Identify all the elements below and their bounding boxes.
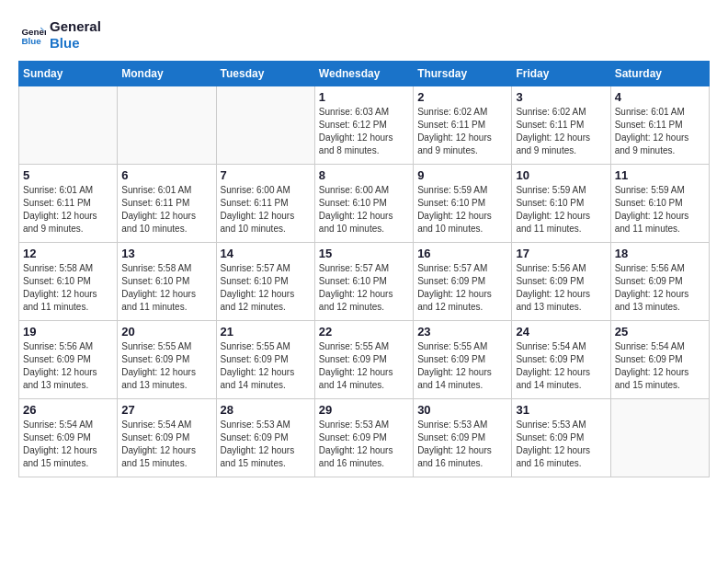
calendar-cell: 19Sunrise: 5:56 AM Sunset: 6:09 PM Dayli… [19, 321, 118, 399]
day-info: Sunrise: 6:02 AM Sunset: 6:11 PM Dayligh… [516, 106, 606, 157]
day-info: Sunrise: 5:57 AM Sunset: 6:10 PM Dayligh… [221, 262, 311, 314]
day-info: Sunrise: 5:55 AM Sunset: 6:09 PM Dayligh… [221, 340, 311, 392]
weekday-header-friday: Friday [512, 62, 610, 86]
day-info: Sunrise: 6:01 AM Sunset: 6:11 PM Dayligh… [23, 184, 113, 236]
day-info: Sunrise: 6:00 AM Sunset: 6:11 PM Dayligh… [221, 184, 311, 236]
day-info: Sunrise: 6:01 AM Sunset: 6:11 PM Dayligh… [121, 184, 211, 236]
day-info: Sunrise: 5:58 AM Sunset: 6:10 PM Dayligh… [121, 262, 211, 314]
day-number: 20 [121, 325, 211, 339]
calendar-cell: 31Sunrise: 5:53 AM Sunset: 6:09 PM Dayli… [512, 399, 610, 477]
week-row-5: 26Sunrise: 5:54 AM Sunset: 6:09 PM Dayli… [19, 399, 710, 477]
day-number: 13 [121, 247, 211, 260]
day-number: 6 [121, 168, 211, 182]
calendar-cell: 13Sunrise: 5:58 AM Sunset: 6:10 PM Dayli… [118, 243, 216, 321]
day-info: Sunrise: 5:57 AM Sunset: 6:09 PM Dayligh… [417, 262, 507, 314]
calendar-cell: 16Sunrise: 5:57 AM Sunset: 6:09 PM Dayli… [414, 243, 512, 321]
day-number: 16 [417, 247, 507, 260]
weekday-header-tuesday: Tuesday [216, 62, 314, 86]
day-info: Sunrise: 5:59 AM Sunset: 6:10 PM Dayligh… [417, 184, 507, 236]
day-info: Sunrise: 5:53 AM Sunset: 6:09 PM Dayligh… [417, 419, 507, 470]
day-number: 21 [221, 325, 311, 339]
calendar-cell: 14Sunrise: 5:57 AM Sunset: 6:10 PM Dayli… [216, 243, 314, 321]
day-info: Sunrise: 5:55 AM Sunset: 6:09 PM Dayligh… [417, 340, 507, 392]
calendar-cell: 15Sunrise: 5:57 AM Sunset: 6:10 PM Dayli… [314, 243, 413, 321]
day-info: Sunrise: 5:57 AM Sunset: 6:10 PM Dayligh… [319, 262, 409, 314]
day-number: 10 [516, 168, 606, 182]
calendar-cell: 25Sunrise: 5:54 AM Sunset: 6:09 PM Dayli… [610, 321, 709, 399]
logo-text-blue: Blue [50, 35, 101, 52]
week-row-4: 19Sunrise: 5:56 AM Sunset: 6:09 PM Dayli… [19, 321, 710, 399]
day-number: 7 [221, 168, 311, 182]
calendar-cell: 4Sunrise: 6:01 AM Sunset: 6:11 PM Daylig… [610, 86, 709, 165]
day-number: 2 [417, 90, 507, 104]
week-row-1: 1Sunrise: 6:03 AM Sunset: 6:12 PM Daylig… [19, 86, 710, 165]
calendar-cell: 18Sunrise: 5:56 AM Sunset: 6:09 PM Dayli… [610, 243, 709, 321]
day-info: Sunrise: 5:54 AM Sunset: 6:09 PM Dayligh… [615, 340, 705, 392]
day-info: Sunrise: 5:55 AM Sunset: 6:09 PM Dayligh… [121, 340, 211, 392]
calendar-cell: 27Sunrise: 5:54 AM Sunset: 6:09 PM Dayli… [118, 399, 216, 477]
logo-icon: General Blue [20, 22, 46, 48]
day-number: 22 [319, 325, 409, 339]
day-number: 3 [516, 90, 606, 104]
day-number: 30 [417, 403, 507, 417]
calendar-cell: 5Sunrise: 6:01 AM Sunset: 6:11 PM Daylig… [19, 165, 118, 243]
calendar-cell: 20Sunrise: 5:55 AM Sunset: 6:09 PM Dayli… [118, 321, 216, 399]
calendar-cell: 23Sunrise: 5:55 AM Sunset: 6:09 PM Dayli… [414, 321, 512, 399]
calendar-cell: 17Sunrise: 5:56 AM Sunset: 6:09 PM Dayli… [512, 243, 610, 321]
calendar-cell: 11Sunrise: 5:59 AM Sunset: 6:10 PM Dayli… [610, 165, 709, 243]
day-number: 27 [121, 403, 211, 417]
calendar-cell [118, 86, 216, 165]
calendar-cell: 29Sunrise: 5:53 AM Sunset: 6:09 PM Dayli… [314, 399, 413, 477]
week-row-3: 12Sunrise: 5:58 AM Sunset: 6:10 PM Dayli… [19, 243, 710, 321]
day-number: 15 [319, 247, 409, 260]
day-number: 14 [221, 247, 311, 260]
calendar-cell: 9Sunrise: 5:59 AM Sunset: 6:10 PM Daylig… [414, 165, 512, 243]
calendar-cell [216, 86, 314, 165]
calendar-cell: 6Sunrise: 6:01 AM Sunset: 6:11 PM Daylig… [118, 165, 216, 243]
day-info: Sunrise: 5:53 AM Sunset: 6:09 PM Dayligh… [319, 419, 409, 470]
day-info: Sunrise: 6:00 AM Sunset: 6:10 PM Dayligh… [319, 184, 409, 236]
day-info: Sunrise: 5:54 AM Sunset: 6:09 PM Dayligh… [121, 419, 211, 470]
calendar-cell: 28Sunrise: 5:53 AM Sunset: 6:09 PM Dayli… [216, 399, 314, 477]
day-number: 25 [615, 325, 705, 339]
day-info: Sunrise: 6:01 AM Sunset: 6:11 PM Dayligh… [615, 106, 705, 157]
day-info: Sunrise: 5:53 AM Sunset: 6:09 PM Dayligh… [516, 419, 606, 470]
calendar-cell: 10Sunrise: 5:59 AM Sunset: 6:10 PM Dayli… [512, 165, 610, 243]
day-number: 17 [516, 247, 606, 260]
calendar-cell: 26Sunrise: 5:54 AM Sunset: 6:09 PM Dayli… [19, 399, 118, 477]
calendar-cell: 1Sunrise: 6:03 AM Sunset: 6:12 PM Daylig… [314, 86, 413, 165]
day-number: 4 [615, 90, 705, 104]
day-info: Sunrise: 5:56 AM Sunset: 6:09 PM Dayligh… [23, 340, 113, 392]
day-number: 31 [516, 403, 606, 417]
calendar-cell [610, 399, 709, 477]
calendar-cell: 3Sunrise: 6:02 AM Sunset: 6:11 PM Daylig… [512, 86, 610, 165]
logo-text-general: General [50, 18, 101, 35]
weekday-header-row: SundayMondayTuesdayWednesdayThursdayFrid… [19, 62, 710, 86]
calendar-cell: 8Sunrise: 6:00 AM Sunset: 6:10 PM Daylig… [314, 165, 413, 243]
day-info: Sunrise: 5:54 AM Sunset: 6:09 PM Dayligh… [23, 419, 113, 470]
day-number: 29 [319, 403, 409, 417]
day-number: 12 [23, 247, 113, 260]
day-info: Sunrise: 5:59 AM Sunset: 6:10 PM Dayligh… [516, 184, 606, 236]
day-number: 28 [221, 403, 311, 417]
day-info: Sunrise: 5:56 AM Sunset: 6:09 PM Dayligh… [615, 262, 705, 314]
page-header: General Blue General Blue [18, 18, 710, 52]
calendar-table: SundayMondayTuesdayWednesdayThursdayFrid… [18, 61, 710, 477]
day-info: Sunrise: 5:59 AM Sunset: 6:10 PM Dayligh… [615, 184, 705, 236]
week-row-2: 5Sunrise: 6:01 AM Sunset: 6:11 PM Daylig… [19, 165, 710, 243]
day-number: 11 [615, 168, 705, 182]
day-number: 5 [23, 168, 113, 182]
day-number: 1 [319, 90, 409, 104]
weekday-header-wednesday: Wednesday [314, 62, 413, 86]
weekday-header-thursday: Thursday [414, 62, 512, 86]
calendar-cell: 7Sunrise: 6:00 AM Sunset: 6:11 PM Daylig… [216, 165, 314, 243]
day-number: 24 [516, 325, 606, 339]
day-info: Sunrise: 5:55 AM Sunset: 6:09 PM Dayligh… [319, 340, 409, 392]
calendar-cell: 2Sunrise: 6:02 AM Sunset: 6:11 PM Daylig… [414, 86, 512, 165]
svg-text:Blue: Blue [21, 36, 41, 46]
weekday-header-sunday: Sunday [19, 62, 118, 86]
weekday-header-saturday: Saturday [610, 62, 709, 86]
day-info: Sunrise: 5:54 AM Sunset: 6:09 PM Dayligh… [516, 340, 606, 392]
day-number: 18 [615, 247, 705, 260]
calendar-cell [19, 86, 118, 165]
